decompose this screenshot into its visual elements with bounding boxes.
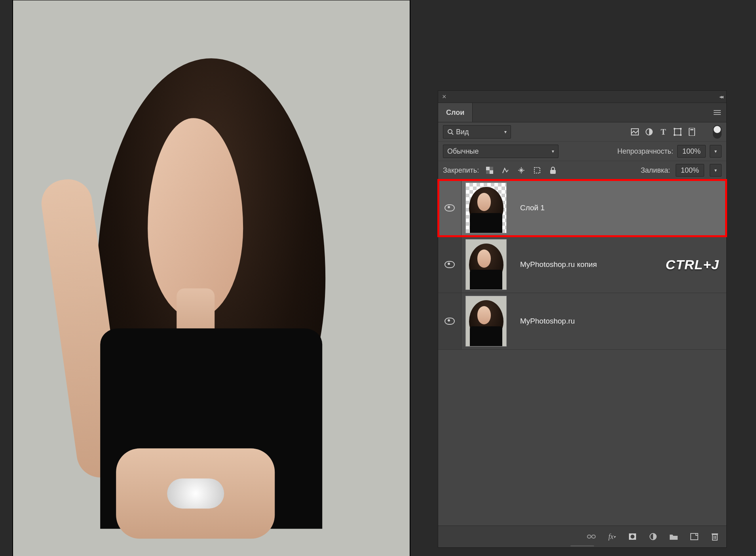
adjustment-layer-icon[interactable] bbox=[648, 531, 658, 542]
lock-transparent-icon[interactable] bbox=[484, 165, 495, 175]
shortcut-hint: CTRL+J bbox=[666, 257, 719, 272]
opacity-label: Непрозрачность: bbox=[617, 147, 673, 156]
svg-point-0 bbox=[448, 129, 452, 133]
eye-icon bbox=[444, 318, 455, 325]
document-canvas[interactable] bbox=[13, 0, 410, 556]
chevron-down-icon: ▾ bbox=[552, 149, 554, 154]
chevron-down-icon: ▾ bbox=[504, 129, 507, 135]
mask-icon[interactable] bbox=[627, 531, 638, 542]
lock-all-icon[interactable] bbox=[548, 165, 558, 175]
layer-filter-label: Вид bbox=[456, 128, 469, 136]
svg-rect-18 bbox=[587, 535, 591, 538]
svg-rect-24 bbox=[712, 535, 717, 540]
svg-rect-4 bbox=[674, 129, 681, 135]
svg-rect-15 bbox=[486, 170, 490, 174]
close-icon[interactable]: × bbox=[442, 93, 446, 101]
opacity-input[interactable]: 100% bbox=[677, 145, 706, 158]
adjustment-filter-icon[interactable] bbox=[644, 127, 654, 137]
svg-line-1 bbox=[452, 133, 453, 135]
visibility-toggle[interactable] bbox=[438, 236, 462, 293]
svg-rect-19 bbox=[592, 535, 595, 538]
layer-thumbnail[interactable] bbox=[465, 239, 513, 290]
trash-icon[interactable] bbox=[710, 531, 720, 542]
layer-filter-select[interactable]: Вид ▾ bbox=[443, 125, 511, 139]
svg-rect-13 bbox=[490, 170, 493, 174]
layer-row[interactable]: MyPhotoshop.ru bbox=[438, 293, 726, 350]
svg-point-21 bbox=[631, 535, 634, 539]
layer-thumbnail[interactable] bbox=[465, 182, 513, 234]
image-filter-icon[interactable] bbox=[630, 127, 640, 137]
svg-rect-10 bbox=[690, 129, 693, 130]
svg-rect-17 bbox=[550, 170, 556, 174]
svg-rect-6 bbox=[680, 128, 682, 129]
chevron-down-icon: ▾ bbox=[714, 168, 717, 173]
eye-icon bbox=[444, 204, 455, 211]
layer-row[interactable]: MyPhotoshop.ru копия CTRL+J bbox=[438, 236, 726, 293]
search-icon bbox=[447, 129, 454, 135]
layer-name[interactable]: Слой 1 bbox=[520, 204, 545, 212]
visibility-toggle[interactable] bbox=[438, 180, 462, 236]
hamburger-icon bbox=[714, 110, 721, 115]
lock-position-icon[interactable] bbox=[516, 165, 526, 175]
svg-rect-8 bbox=[680, 134, 682, 136]
layer-name[interactable]: MyPhotoshop.ru bbox=[520, 317, 575, 326]
chevron-down-icon: ▾ bbox=[714, 149, 717, 154]
svg-rect-23 bbox=[691, 533, 698, 540]
new-layer-icon[interactable] bbox=[689, 531, 699, 542]
layers-panel: × ◂◂ Слои Вид ▾ T bbox=[438, 90, 727, 548]
portrait-photo bbox=[53, 28, 370, 529]
layer-thumbnail[interactable] bbox=[465, 295, 513, 347]
blend-mode-select[interactable]: Обычные ▾ bbox=[443, 145, 558, 158]
tab-layers[interactable]: Слои bbox=[438, 103, 473, 122]
resize-grip[interactable] bbox=[566, 544, 598, 547]
layers-list: Слой 1 MyPhotoshop.ru копия CTRL+J MyPho… bbox=[438, 180, 726, 350]
svg-rect-14 bbox=[490, 167, 493, 170]
svg-rect-16 bbox=[534, 168, 540, 173]
group-icon[interactable] bbox=[669, 531, 679, 542]
lock-label: Закрепить: bbox=[443, 166, 479, 175]
smart-filter-icon[interactable] bbox=[687, 127, 697, 137]
visibility-toggle[interactable] bbox=[438, 293, 462, 349]
type-filter-icon[interactable]: T bbox=[658, 127, 669, 137]
svg-rect-12 bbox=[486, 167, 490, 170]
blend-mode-value: Обычные bbox=[447, 147, 479, 156]
shape-filter-icon[interactable] bbox=[672, 127, 683, 137]
panel-menu-button[interactable] bbox=[714, 103, 726, 122]
fill-label: Заливка: bbox=[641, 166, 670, 175]
lock-artboard-icon[interactable] bbox=[532, 165, 542, 175]
svg-rect-25 bbox=[712, 533, 718, 535]
tab-layers-label: Слои bbox=[446, 109, 464, 117]
svg-rect-7 bbox=[674, 134, 675, 136]
opacity-dropdown[interactable]: ▾ bbox=[710, 145, 722, 158]
link-layers-icon[interactable] bbox=[586, 531, 596, 542]
filter-toggle[interactable] bbox=[713, 125, 722, 139]
layer-row[interactable]: Слой 1 bbox=[438, 180, 726, 236]
eye-icon bbox=[444, 261, 455, 268]
svg-rect-5 bbox=[674, 128, 675, 129]
collapse-icon[interactable]: ◂◂ bbox=[719, 93, 722, 100]
layer-name[interactable]: MyPhotoshop.ru копия bbox=[520, 260, 597, 269]
fill-input[interactable]: 100% bbox=[676, 164, 704, 177]
lock-image-icon[interactable] bbox=[500, 165, 511, 175]
fill-dropdown[interactable]: ▾ bbox=[710, 164, 722, 177]
fx-icon[interactable]: fx▾ bbox=[607, 531, 617, 542]
